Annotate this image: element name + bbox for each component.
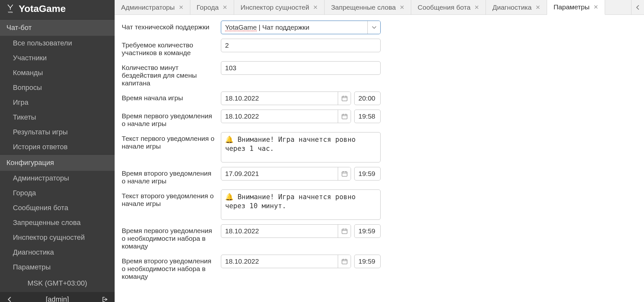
row-notify1-text: Текст первого уведомления о начале игры	[122, 132, 637, 162]
svg-text:YOTA: YOTA	[8, 11, 13, 13]
sidebar-item-game[interactable]: Игра	[0, 95, 115, 110]
tab-admins[interactable]: Администраторы✕	[115, 0, 190, 15]
brand: YOTA YotaGame	[0, 0, 115, 19]
sidebar-item-tickets[interactable]: Тикеты	[0, 110, 115, 125]
label-support-chat: Чат технической поддержки	[122, 21, 215, 31]
recruit2-date-value: 18.10.2022	[221, 255, 338, 268]
row-game-start: Время начала игры 18.10.2022	[122, 92, 637, 105]
sidebar-item-results[interactable]: Результаты игры	[0, 125, 115, 140]
close-icon[interactable]: ✕	[535, 5, 540, 10]
row-notify1-time: Время первого уведомления о начале игры …	[122, 110, 637, 128]
chevron-down-icon[interactable]	[367, 21, 380, 34]
label-recruit1: Время первого уведомления о необходимост…	[122, 224, 215, 250]
tabstrip-collapse-icon[interactable]	[631, 0, 644, 15]
recruit2-date[interactable]: 18.10.2022	[221, 255, 351, 268]
calendar-icon[interactable]	[338, 225, 351, 238]
row-recruit2: Время второго уведомления о необходимост…	[122, 255, 637, 280]
recruit1-date[interactable]: 18.10.2022	[221, 224, 351, 238]
notify2-textarea[interactable]	[221, 190, 381, 220]
close-icon[interactable]: ✕	[179, 5, 184, 10]
notify1-time[interactable]	[354, 110, 381, 123]
tab-label: Запрещенные слова	[331, 4, 396, 11]
notify1-date-value: 18.10.2022	[221, 110, 338, 123]
close-icon[interactable]: ✕	[593, 4, 598, 10]
sidebar-item-questions[interactable]: Вопросы	[0, 80, 115, 95]
label-recruit2: Время второго уведомления о необходимост…	[122, 255, 215, 280]
sidebar-item-cities[interactable]: Города	[0, 186, 115, 200]
sidebar-item-all-users[interactable]: Все пользователи	[0, 36, 115, 51]
row-support-chat: Чат технической поддержки YotaGame | Чат…	[122, 21, 637, 34]
calendar-icon[interactable]	[338, 110, 351, 123]
sidebar-item-bot-messages[interactable]: Сообщения бота	[0, 200, 115, 215]
game-start-date[interactable]: 18.10.2022	[221, 92, 351, 105]
main-area: Администраторы✕ Города✕ Инспектор сущнос…	[115, 0, 644, 302]
svg-rect-1	[342, 96, 347, 101]
tab-cities[interactable]: Города✕	[190, 0, 234, 15]
calendar-icon[interactable]	[338, 92, 351, 105]
row-recruit1: Время первого уведомления о необходимост…	[122, 224, 637, 250]
notify1-textarea[interactable]	[221, 132, 381, 162]
calendar-icon[interactable]	[338, 167, 351, 180]
label-notify1-text: Текст первого уведомления о начале игры	[122, 132, 215, 150]
parameters-form: Чат технической поддержки YotaGame | Чат…	[115, 15, 644, 302]
sidebar-item-teams[interactable]: Команды	[0, 65, 115, 80]
label-notify2-text: Текст второго уведомления о начале игры	[122, 190, 215, 208]
close-icon[interactable]: ✕	[313, 5, 318, 10]
logout-icon[interactable]	[101, 296, 109, 302]
svg-rect-4	[342, 229, 347, 234]
chevron-left-icon[interactable]	[6, 296, 14, 302]
team-size-input[interactable]	[221, 39, 381, 52]
row-team-size: Требуемое количество участников в команд…	[122, 39, 637, 57]
tab-label: Города	[197, 4, 219, 11]
notify2-time[interactable]	[354, 167, 381, 180]
notify2-date-value: 17.09.2021	[221, 167, 338, 180]
row-notify2-text: Текст второго уведомления о начале игры	[122, 190, 637, 220]
label-notify2-time: Время второго уведомления о начале игры	[122, 167, 215, 185]
label-idle-minutes: Количество минут бездействия для смены к…	[122, 61, 215, 87]
sidebar-item-participants[interactable]: Участники	[0, 51, 115, 65]
brand-title: YotaGame	[19, 3, 66, 14]
notify1-date[interactable]: 18.10.2022	[221, 110, 351, 123]
recruit1-time[interactable]	[354, 224, 381, 238]
current-user: [admin]	[14, 295, 101, 302]
game-start-time[interactable]	[354, 92, 381, 105]
sidebar-item-diagnostics[interactable]: Диагностика	[0, 245, 115, 260]
close-icon[interactable]: ✕	[223, 5, 227, 10]
tab-entity-inspector[interactable]: Инспектор сущностей✕	[234, 0, 325, 15]
sidebar-item-entity-inspector[interactable]: Инспектор сущностей	[0, 230, 115, 245]
tab-label: Администраторы	[121, 4, 175, 11]
sidebar-section-config[interactable]: Конфигурация	[0, 154, 115, 171]
tab-label: Диагностика	[492, 4, 532, 11]
calendar-icon[interactable]	[338, 255, 351, 268]
tab-diagnostics[interactable]: Диагностика✕	[486, 0, 547, 15]
tab-label: Параметры	[554, 3, 590, 11]
label-team-size: Требуемое количество участников в команд…	[122, 39, 215, 57]
tab-label: Сообщения бота	[418, 4, 470, 11]
sidebar-item-answer-history[interactable]: История ответов	[0, 140, 115, 154]
label-notify1-time: Время первого уведомления о начале игры	[122, 110, 215, 128]
support-chat-value: YotaGame | Чат поддержки	[221, 21, 367, 34]
support-chat-select[interactable]: YotaGame | Чат поддержки	[221, 21, 381, 34]
timezone-label: MSK (GMT+03:00)	[0, 275, 115, 292]
idle-minutes-input[interactable]	[221, 61, 381, 75]
tab-parameters[interactable]: Параметры✕	[547, 0, 605, 15]
tab-banned-words[interactable]: Запрещенные слова✕	[325, 0, 411, 15]
tabstrip: Администраторы✕ Города✕ Инспектор сущнос…	[115, 0, 644, 15]
recruit1-date-value: 18.10.2022	[221, 225, 338, 238]
row-notify2-time: Время второго уведомления о начале игры …	[122, 167, 637, 185]
game-start-date-value: 18.10.2022	[221, 92, 338, 105]
tab-bot-messages[interactable]: Сообщения бота✕	[411, 0, 486, 15]
brand-icon: YOTA	[6, 4, 14, 13]
notify2-date[interactable]: 17.09.2021	[221, 167, 351, 180]
close-icon[interactable]: ✕	[474, 5, 479, 10]
sidebar-item-banned-words[interactable]: Запрещенные слова	[0, 215, 115, 230]
tab-label: Инспектор сущностей	[241, 4, 309, 11]
label-game-start: Время начала игры	[122, 92, 215, 102]
sidebar-section-chatbot[interactable]: Чат-бот	[0, 19, 115, 36]
svg-rect-3	[342, 172, 347, 176]
sidebar-item-admins[interactable]: Администраторы	[0, 171, 115, 186]
recruit2-time[interactable]	[354, 255, 381, 268]
sidebar-item-parameters[interactable]: Параметры	[0, 260, 115, 275]
sidebar-footer: [admin]	[0, 292, 115, 302]
close-icon[interactable]: ✕	[400, 5, 404, 10]
